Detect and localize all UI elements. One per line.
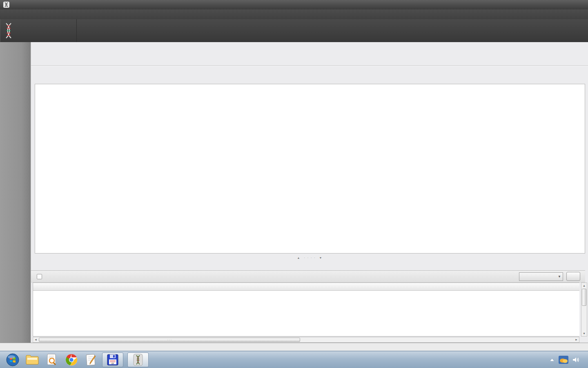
chrome-icon[interactable]	[65, 353, 78, 367]
scroll-left-arrow[interactable]: ◄	[33, 337, 38, 342]
header-divider	[31, 65, 588, 66]
main-content: ▲ · · · · ▼ ▼ ▲ ▼ ◄	[31, 42, 588, 343]
app-logo	[0, 19, 77, 42]
svg-text:-64·: -64·	[111, 362, 115, 364]
windows-taskbar: -64·	[0, 351, 588, 368]
explorer-icon[interactable]	[25, 353, 39, 367]
hidden-icons-chevron[interactable]	[550, 358, 555, 361]
select-all-checkbox[interactable]	[37, 274, 42, 279]
manage-button[interactable]	[566, 272, 580, 281]
logo-dna-icon	[3, 22, 14, 39]
chart-filters	[38, 88, 582, 98]
strategyquant-window: ▲ · · · · ▼ ▼ ▲ ▼ ◄	[0, 0, 588, 368]
status-bar	[0, 343, 588, 351]
equity-chart-panel	[35, 84, 585, 254]
app-dna-icon	[3, 2, 9, 8]
sidebar-nav	[0, 42, 31, 343]
panel-splitter[interactable]: ▲ · · · · ▼	[35, 255, 585, 260]
cloud-weather-icon[interactable]	[559, 356, 568, 364]
vscroll-thumb[interactable]	[582, 289, 586, 306]
system-tray	[546, 356, 588, 364]
table-header	[33, 283, 579, 291]
table-horizontal-scrollbar[interactable]: ◄ · · · ►	[33, 337, 579, 343]
equity-chart[interactable]	[35, 84, 585, 253]
menu-bar	[0, 9, 588, 19]
strategyquant-app-button[interactable]	[127, 352, 149, 367]
floppy-app-button[interactable]: -64·	[102, 352, 123, 367]
title-bar	[0, 0, 588, 9]
view-select[interactable]: ▼	[519, 272, 563, 281]
chevron-down-icon: ▼	[556, 275, 563, 278]
scroll-right-arrow[interactable]: ►	[574, 337, 579, 342]
databank-toolbar: ▼	[31, 270, 585, 283]
hscroll-thumb[interactable]: · · ·	[39, 338, 300, 342]
volume-icon[interactable]	[572, 357, 580, 363]
table-vertical-scrollbar[interactable]: ▲ ▼	[581, 283, 587, 337]
main-toolbar	[0, 19, 588, 42]
strategy-table	[33, 283, 579, 337]
start-button[interactable]	[6, 353, 20, 367]
notepad-icon[interactable]	[84, 353, 98, 367]
search-icon[interactable]	[45, 353, 59, 367]
